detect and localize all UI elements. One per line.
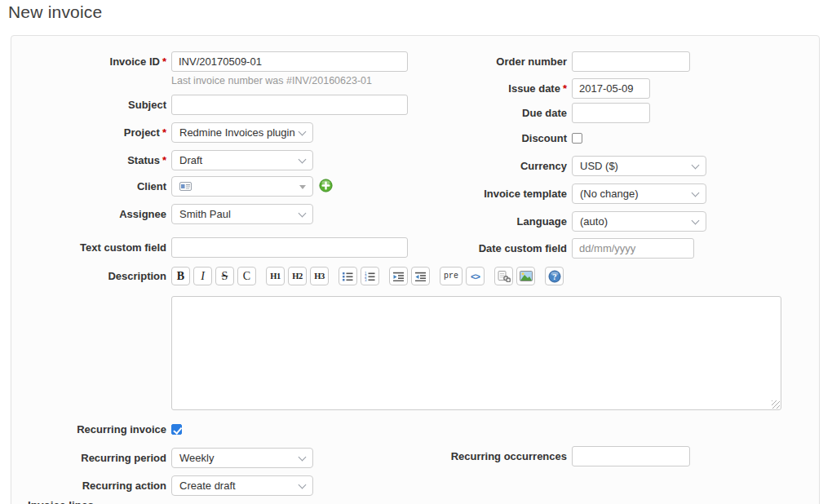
required-marker: * (162, 55, 166, 68)
issue-date-label: Issue date* (417, 78, 567, 99)
recurring-invoice-checkbox[interactable] (171, 424, 182, 435)
order-number-label: Order number (417, 51, 567, 72)
required-marker: * (563, 82, 567, 95)
italic-button[interactable]: I (193, 267, 212, 285)
assignee-select-value: Smith Paul (179, 208, 231, 220)
svg-text:3: 3 (365, 278, 367, 281)
invoice-template-label: Invoice template (417, 183, 567, 204)
currency-select-value: USD ($) (580, 160, 618, 172)
textarea-resize-handle[interactable] (772, 400, 780, 409)
language-select-value: (auto) (580, 215, 608, 228)
assignee-label: Assignee (11, 204, 166, 224)
inline-code-button[interactable]: <> (466, 267, 485, 285)
description-label: Description (11, 268, 166, 285)
heading3-button[interactable]: H3 (310, 267, 329, 285)
indent-icon (393, 272, 404, 281)
chevron-down-icon (299, 453, 307, 462)
help-button[interactable]: ? (545, 267, 564, 285)
chevron-down-icon (299, 210, 307, 218)
client-combobox[interactable] (171, 176, 313, 197)
recurring-period-label: Recurring period (11, 448, 166, 468)
discount-label: Discount (417, 133, 567, 144)
description-toolbar: B I S C H1 H2 H3 123 pre <> ? (171, 267, 573, 285)
invoice-id-input[interactable] (171, 51, 408, 72)
ordered-list-button[interactable]: 123 (361, 267, 379, 285)
chevron-down-icon (299, 156, 307, 164)
due-date-input[interactable] (572, 103, 650, 123)
preformatted-button[interactable]: pre (440, 267, 462, 285)
client-label: Client (11, 176, 166, 197)
recurring-action-select[interactable]: Create draft (171, 475, 313, 496)
text-custom-field-input[interactable] (171, 237, 408, 258)
strikethrough-button[interactable]: S (215, 267, 234, 285)
invoice-id-hint: Last invoice number was #INV/20160623-01 (171, 75, 372, 86)
bold-button[interactable]: B (171, 267, 190, 285)
invoice-template-value: (No change) (580, 188, 639, 200)
invoice-lines-heading: Invoice lines (28, 499, 94, 504)
required-marker: * (162, 126, 166, 139)
discount-checkbox[interactable] (572, 133, 582, 144)
status-label: Status* (11, 150, 166, 170)
recurring-action-label: Recurring action (11, 475, 166, 496)
issue-date-input[interactable] (572, 78, 650, 99)
invoice-form-panel: Invoice ID* Last invoice number was #INV… (11, 35, 820, 504)
unordered-list-icon (343, 272, 353, 281)
order-number-input[interactable] (572, 51, 690, 72)
image-button[interactable] (516, 267, 535, 285)
date-custom-field-input[interactable] (572, 238, 694, 259)
chevron-down-icon (299, 128, 307, 136)
help-icon: ? (548, 270, 561, 283)
required-marker: * (162, 154, 166, 166)
currency-select[interactable]: USD ($) (572, 156, 706, 176)
recurring-occurrences-input[interactable] (572, 446, 690, 466)
indent-button[interactable] (389, 267, 408, 285)
text-custom-field-label: Text custom field (11, 237, 166, 258)
status-select-value: Draft (179, 154, 202, 166)
description-textarea[interactable] (171, 296, 781, 410)
outdent-icon (415, 272, 426, 281)
recurring-period-select[interactable]: Weekly (171, 448, 313, 468)
recurring-action-value: Create draft (179, 480, 236, 492)
project-select-value: Redmine Invoices plugin (179, 126, 295, 139)
subject-label: Subject (11, 95, 166, 115)
chevron-down-icon (692, 189, 700, 197)
heading2-button[interactable]: H2 (288, 267, 307, 285)
ordered-list-icon: 123 (365, 272, 375, 281)
language-label: Language (417, 211, 567, 232)
outdent-button[interactable] (411, 267, 430, 285)
caret-down-icon (299, 185, 306, 189)
page-title: New invoice (8, 2, 102, 22)
due-date-label: Due date (417, 103, 567, 123)
invoice-template-select[interactable]: (No change) (572, 183, 706, 204)
heading1-button[interactable]: H1 (266, 267, 285, 285)
link-button[interactable] (494, 267, 513, 285)
date-custom-field-label: Date custom field (417, 238, 567, 259)
svg-text:?: ? (552, 272, 556, 281)
link-icon (498, 271, 511, 282)
project-select[interactable]: Redmine Invoices plugin (171, 122, 313, 143)
add-client-button[interactable] (319, 179, 333, 192)
recurring-occurrences-label: Recurring occurrences (417, 446, 567, 466)
inline-code-c-button[interactable]: C (237, 267, 256, 285)
chevron-down-icon (692, 217, 700, 225)
vcard-icon (179, 182, 192, 191)
status-select[interactable]: Draft (171, 150, 313, 170)
invoice-id-label: Invoice ID* (11, 51, 166, 72)
subject-input[interactable] (171, 95, 408, 115)
recurring-period-value: Weekly (179, 452, 214, 464)
project-label: Project* (11, 122, 166, 143)
chevron-down-icon (692, 161, 700, 170)
language-select[interactable]: (auto) (572, 211, 706, 232)
chevron-down-icon (299, 481, 307, 489)
currency-label: Currency (417, 156, 567, 176)
assignee-select[interactable]: Smith Paul (171, 204, 313, 224)
recurring-invoice-label: Recurring invoice (11, 424, 166, 435)
image-icon (520, 271, 533, 281)
unordered-list-button[interactable] (339, 267, 357, 285)
